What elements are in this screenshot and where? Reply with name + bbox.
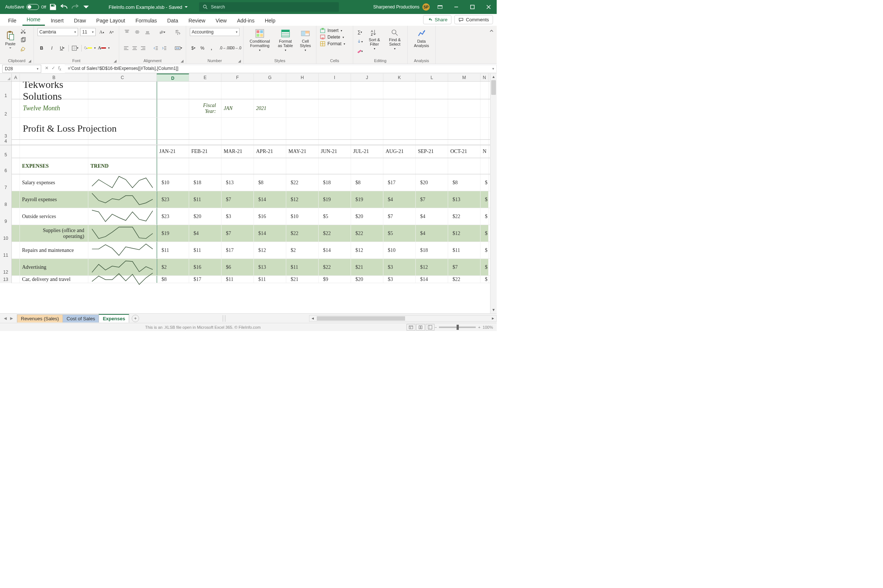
row-header[interactable]: 6 [0,158,12,174]
cell[interactable] [481,99,489,117]
cell[interactable] [157,82,189,99]
cell[interactable]: Repairs and maintenance [20,242,88,258]
cell[interactable] [221,82,254,99]
cell[interactable]: $22 [286,174,318,191]
orientation-icon[interactable]: ab▾ [158,28,166,36]
scrollbar-thumb[interactable] [491,80,496,95]
row-header[interactable]: 1 [0,82,12,99]
cell[interactable] [12,208,20,225]
col-header[interactable]: H [286,74,318,81]
increase-indent-icon[interactable] [161,44,167,52]
cell[interactable]: TREND [88,158,157,174]
autosum-icon[interactable]: ∑ ▾ [357,28,363,36]
cell[interactable]: Car, delivery and travel [20,276,88,283]
name-box[interactable]: D28▾ [2,65,41,73]
cell[interactable] [157,99,189,117]
cut-icon[interactable] [20,28,27,34]
cell[interactable] [286,158,318,174]
cell[interactable] [12,174,20,191]
cell[interactable] [12,118,20,140]
cell[interactable]: Advertising [20,259,88,275]
cell[interactable] [286,99,318,117]
cell[interactable] [416,140,448,144]
cell[interactable]: $7 [221,225,254,242]
align-center-icon[interactable] [131,44,138,52]
cell[interactable]: $17 [383,174,416,191]
cell[interactable]: $21 [286,276,318,283]
cell[interactable]: $4 [189,225,221,242]
account-button[interactable]: Sharpened Productions SP [374,3,432,10]
page-break-view-icon[interactable] [426,324,434,331]
cell[interactable]: $19 [318,191,351,208]
row-header[interactable]: 12 [0,259,12,276]
cell[interactable]: $8 [157,276,189,283]
cell[interactable] [351,82,383,99]
cell[interactable]: Payroll expenses [20,191,88,208]
cell[interactable]: JAN [221,99,254,117]
decrease-decimal-icon[interactable]: .00→.0 [231,44,240,52]
cell[interactable]: Outside services [20,208,88,225]
paste-button[interactable]: Paste [4,30,17,50]
cell[interactable]: $20 [351,276,383,283]
cell[interactable]: $ [481,242,489,258]
tab-splitter[interactable] [222,315,225,322]
col-header[interactable]: B [20,74,88,81]
cell[interactable]: Profit & Loss Projection [20,118,88,140]
cell[interactable]: $13 [448,191,481,208]
cell[interactable] [416,99,448,117]
cell[interactable]: $8 [351,174,383,191]
cell[interactable] [448,99,481,117]
cell[interactable]: $18 [416,242,448,258]
tab-review[interactable]: Review [184,15,210,26]
row-header[interactable]: 5 [0,145,12,159]
page-layout-view-icon[interactable] [416,324,425,331]
ribbon-display-icon[interactable] [432,0,448,14]
col-header[interactable]: C [88,74,157,81]
cell[interactable] [20,140,88,144]
cell[interactable]: $11 [448,242,481,258]
cell[interactable] [12,225,20,242]
cell[interactable]: $3 [383,276,416,283]
cell[interactable]: $4 [383,191,416,208]
cell[interactable] [88,191,157,208]
maximize-icon[interactable] [464,0,481,14]
cell[interactable] [12,145,20,158]
autosave-toggle[interactable]: AutoSave Off [5,4,46,10]
fx-icon[interactable]: fx [58,66,61,71]
cell[interactable]: $10 [286,208,318,225]
cell[interactable]: $4 [416,208,448,225]
horizontal-scrollbar[interactable]: ◄ ► [309,315,497,322]
cell[interactable] [286,140,318,144]
cell-styles-button[interactable]: Cell Styles▾ [298,28,312,52]
cell[interactable] [448,140,481,144]
cell[interactable] [383,158,416,174]
scroll-up-icon[interactable]: ▲ [490,74,497,80]
merge-center-icon[interactable]: ▾ [175,44,182,52]
cell[interactable] [12,242,20,258]
cell[interactable] [189,82,221,99]
col-header[interactable]: K [383,74,416,81]
align-bottom-icon[interactable] [144,28,152,36]
cell[interactable]: MAR-21 [221,145,254,158]
formula-input[interactable]: ='Cost of Sales'!$D$16-tblExpenses[[#Tot… [65,65,497,73]
undo-icon[interactable] [60,3,68,11]
fill-icon[interactable]: ▾ [357,38,363,46]
cell[interactable] [416,158,448,174]
format-painter-icon[interactable] [20,46,27,52]
cell[interactable]: $11 [254,276,286,283]
cell[interactable]: $7 [448,259,481,275]
tab-home[interactable]: Home [23,14,45,26]
bold-icon[interactable]: B [38,44,46,52]
cell[interactable] [351,99,383,117]
clear-icon[interactable]: ▾ [357,47,363,55]
cell[interactable]: $13 [221,174,254,191]
align-left-icon[interactable] [123,44,129,52]
cell[interactable]: FEB-21 [189,145,221,158]
increase-font-icon[interactable]: A▴ [98,28,105,36]
cell[interactable]: Fiscal Year: [189,99,221,117]
decrease-font-icon[interactable]: A▾ [108,28,115,36]
sheet-nav-next-icon[interactable]: ► [9,315,14,321]
cell[interactable]: OCT-21 [448,145,481,158]
select-all-corner[interactable] [0,74,12,81]
cell[interactable]: N [481,145,489,158]
